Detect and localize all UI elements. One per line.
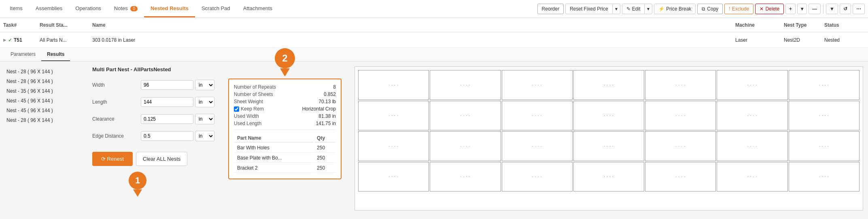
refresh-button[interactable]: ↺ xyxy=(840,4,851,14)
grid-cell: · · · · xyxy=(573,162,644,192)
grid-cell: · · · · xyxy=(502,131,573,161)
action-buttons: ⟳ Renest Clear ALL Nests xyxy=(92,152,222,166)
nest-item-4[interactable]: Nest - 45 ( 96 X 144 ) xyxy=(5,107,86,114)
nest-item-1[interactable]: Nest - 28 ( 96 X 144 ) xyxy=(5,78,86,85)
input-edge[interactable] xyxy=(141,131,193,141)
tab-attachments[interactable]: Attachments xyxy=(237,0,279,17)
info-row-usedwidth: Used Width 81.38 in xyxy=(234,113,336,119)
info-divider xyxy=(234,130,336,130)
grid-cell: · · · · xyxy=(430,101,501,131)
grid-cell: · · · · xyxy=(430,162,501,192)
delete-icon: ✕ xyxy=(760,6,764,12)
tab-assemblies[interactable]: Assemblies xyxy=(29,0,69,17)
form-row-edge: Edge Distance inmm xyxy=(92,131,222,141)
unit-select-length[interactable]: inmm xyxy=(195,97,214,107)
grid-cell: · · · · xyxy=(573,101,644,131)
info-row-repeats: Number of Repeats 8 xyxy=(234,84,336,90)
nest-item-5[interactable]: Nest - 28 ( 96 X 144 ) xyxy=(5,117,86,124)
edit-button[interactable]: ✎ Edit xyxy=(622,4,645,14)
callout-1: 1 xyxy=(129,172,146,197)
price-break-button[interactable]: ⚡ Price Break xyxy=(654,4,696,14)
keep-rem-checkbox[interactable] xyxy=(234,106,239,112)
col-header-nesttype: Nest Type xyxy=(784,22,824,28)
reset-price-button[interactable]: Reset Fixed Price xyxy=(565,4,612,14)
sub-tab-results[interactable]: Results xyxy=(41,48,70,61)
col-header-status-r: Status xyxy=(824,22,865,28)
grid-cell: · · · · xyxy=(789,162,860,192)
nest-item-3[interactable]: Nest - 45 ( 96 X 144 ) xyxy=(5,97,86,104)
grid-cell: · · · · xyxy=(573,70,644,100)
unit-select-width[interactable]: inmm xyxy=(195,80,214,90)
renest-button[interactable]: ⟳ Renest xyxy=(92,152,133,166)
exclude-icon: ! xyxy=(729,6,730,12)
filter-button[interactable]: ▼ xyxy=(826,4,838,14)
callout-2-arrow xyxy=(280,68,290,77)
nest-item-0[interactable]: Nest - 28 ( 96 X 144 ) xyxy=(5,68,86,75)
input-width[interactable] xyxy=(141,80,193,90)
grid-cell: · · · · xyxy=(358,131,429,161)
notes-badge: 0 xyxy=(130,6,138,11)
main-content: Nest - 28 ( 96 X 144 ) Nest - 28 ( 96 X … xyxy=(0,62,868,215)
nest-item-2[interactable]: Nest - 35 ( 96 X 144 ) xyxy=(5,87,86,95)
col-header-name: Name xyxy=(92,22,735,28)
form-row-length: Length inmm xyxy=(92,97,222,107)
delete-button[interactable]: ✕ Delete xyxy=(755,4,784,14)
info-box: Number of Repeats 8 Number of Sheets 0.8… xyxy=(228,79,342,179)
expand-icon[interactable]: ▶ xyxy=(3,38,6,42)
status-cell: All Parts N... xyxy=(40,37,92,43)
table-row[interactable]: ▶ ✓ T51 All Parts N... 303 0.0178 in Las… xyxy=(0,32,868,48)
add-button[interactable]: + xyxy=(785,4,796,14)
label-clearance: Clearance xyxy=(92,116,141,122)
tab-items[interactable]: Items xyxy=(3,0,29,17)
form-row-width: Width inmm xyxy=(92,80,222,90)
unit-select-clearance[interactable]: inmm xyxy=(195,114,214,124)
grid-cell: · · · · xyxy=(645,70,716,100)
grid-cell: · · · · xyxy=(717,131,787,161)
table-header: Task# Result Sta... Name Machine Nest Ty… xyxy=(0,18,868,32)
grid-cell: · · · · xyxy=(789,131,860,161)
tab-nested-results[interactable]: Nested Results xyxy=(144,0,195,17)
input-length[interactable] xyxy=(141,97,193,107)
part-name-2: Bracket 2 xyxy=(235,164,314,173)
tab-notes[interactable]: Notes 0 xyxy=(108,0,144,17)
sub-tab-parameters[interactable]: Parameters xyxy=(5,48,41,61)
grid-cell: · · · · xyxy=(502,70,573,100)
label-length: Length xyxy=(92,99,141,105)
edit-split: ✎ Edit ▾ xyxy=(622,4,653,14)
grid-cell: · · · · xyxy=(430,131,501,161)
info-box-wrapper: 2 Number of Repeats 8 Number of Sheets 0… xyxy=(228,79,342,210)
parts-row-2: Bracket 2 250 xyxy=(235,164,335,173)
filter-icon: ▼ xyxy=(830,6,834,12)
info-row-sheets: Number of Sheets 0.852 xyxy=(234,91,336,97)
reset-price-caret[interactable]: ▾ xyxy=(612,4,620,14)
more-button[interactable]: ⋯ xyxy=(853,4,865,14)
grid-cell: · · · · xyxy=(358,162,429,192)
clear-all-nests-button[interactable]: Clear ALL Nests xyxy=(136,152,187,166)
grid-cell: · · · · xyxy=(502,101,573,131)
minus-button[interactable]: — xyxy=(809,4,821,14)
task-id: T51 xyxy=(14,37,22,43)
callout-2: 2 xyxy=(275,48,295,77)
grid-cell: · · · · xyxy=(645,162,716,192)
copy-button[interactable]: ⧉ Copy xyxy=(697,4,723,14)
machine-cell: Laser xyxy=(735,37,784,43)
info-row-weight: Sheet Weight 70.13 lb xyxy=(234,99,336,104)
tab-scratch-pad[interactable]: Scratch Pad xyxy=(195,0,237,17)
info-row-keeprem: Keep Rem Horizontal Crop xyxy=(234,106,336,112)
parts-row-1: Base Plate with Bo... 250 xyxy=(235,153,335,163)
tab-operations[interactable]: Operations xyxy=(69,0,108,17)
copy-icon: ⧉ xyxy=(702,6,705,12)
callout-1-arrow xyxy=(133,189,142,197)
center-panel-title: Multi Part Nest - AllPartsNested xyxy=(92,66,222,72)
input-clearance[interactable] xyxy=(141,114,193,124)
grid-visualization: · · · ·· · · ·· · · ·· · · ·· · · ·· · ·… xyxy=(354,66,863,210)
exclude-button[interactable]: ! Exclude xyxy=(724,4,753,14)
edit-caret[interactable]: ▾ xyxy=(644,4,652,14)
parts-col-qty: Qty xyxy=(314,134,335,142)
unit-select-edge[interactable]: inmm xyxy=(195,131,214,141)
nesttype-cell: Nest2D xyxy=(784,37,824,43)
reorder-button[interactable]: Reorder xyxy=(537,4,564,14)
caret-down-button[interactable]: ▾ xyxy=(797,4,807,14)
parts-table: Part Name Qty Bar With Holes 250 Base Pl… xyxy=(234,133,336,174)
name-cell: 303 0.0178 in Laser xyxy=(92,37,735,43)
